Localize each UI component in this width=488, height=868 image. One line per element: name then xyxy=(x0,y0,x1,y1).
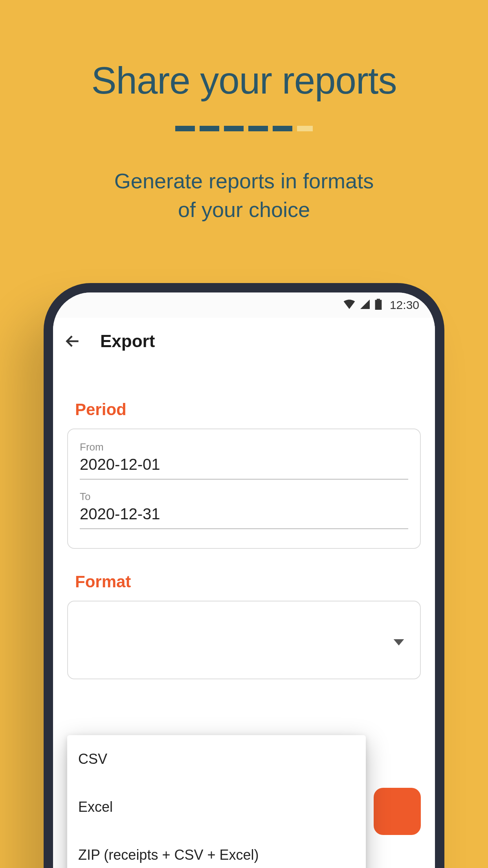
promo-title: Share your reports xyxy=(0,59,488,102)
battery-icon xyxy=(375,299,382,311)
from-value: 2020-12-01 xyxy=(80,456,408,480)
export-button[interactable] xyxy=(374,788,421,835)
format-dropdown[interactable] xyxy=(67,601,421,679)
period-section-label: Period xyxy=(75,400,421,419)
to-date-field[interactable]: To 2020-12-31 xyxy=(80,491,408,529)
phone-frame: 12:30 Export Period From 2020-12-01 To 2… xyxy=(44,283,444,868)
promo-subtitle: Generate reports in formats of your choi… xyxy=(0,167,488,224)
from-label: From xyxy=(80,441,408,453)
chevron-down-icon xyxy=(393,639,404,647)
format-option-zip[interactable]: ZIP (receipts + CSV + Excel) xyxy=(67,831,366,868)
to-value: 2020-12-31 xyxy=(80,505,408,529)
format-dropdown-menu: CSV Excel ZIP (receipts + CSV + Excel) P… xyxy=(67,735,366,868)
status-time: 12:30 xyxy=(390,298,419,312)
back-button[interactable] xyxy=(64,333,81,350)
svg-rect-1 xyxy=(377,299,380,300)
wifi-icon xyxy=(343,300,355,311)
promo-subtitle-line2: of your choice xyxy=(178,198,310,221)
phone-screen: 12:30 Export Period From 2020-12-01 To 2… xyxy=(53,292,435,868)
format-section-label: Format xyxy=(75,572,421,591)
to-label: To xyxy=(80,491,408,503)
svg-rect-0 xyxy=(375,300,382,310)
format-option-csv[interactable]: CSV xyxy=(67,735,366,783)
promo-subtitle-line1: Generate reports in formats xyxy=(114,169,374,193)
from-date-field[interactable]: From 2020-12-01 xyxy=(80,441,408,480)
title-underline xyxy=(0,126,488,131)
status-bar: 12:30 xyxy=(53,292,435,318)
app-bar: Export xyxy=(53,318,435,365)
period-card: From 2020-12-01 To 2020-12-31 xyxy=(67,428,421,549)
screen-title: Export xyxy=(100,331,155,351)
format-option-excel[interactable]: Excel xyxy=(67,783,366,831)
content: Period From 2020-12-01 To 2020-12-31 For… xyxy=(53,365,435,679)
cellular-icon xyxy=(360,300,370,311)
